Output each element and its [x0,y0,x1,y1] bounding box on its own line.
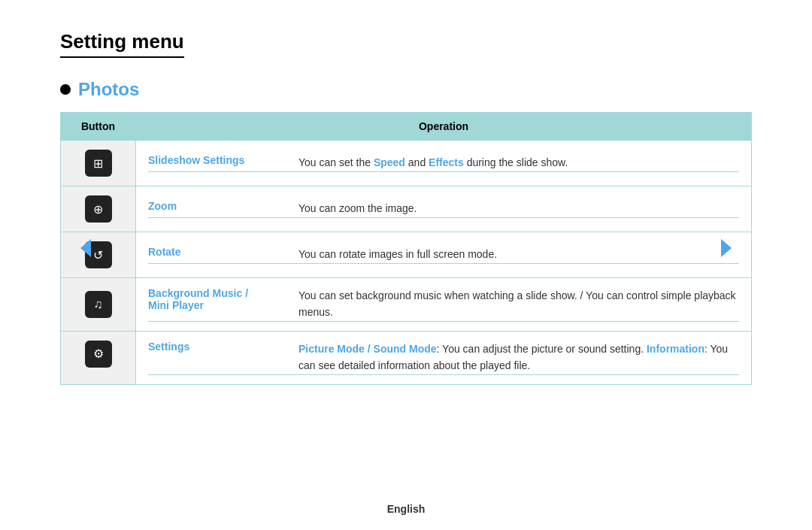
operation-cell: RotateYou can rotate images in full scre… [136,232,752,278]
section-bullet [60,84,71,95]
button-label: Zoom [148,200,298,212]
nav-arrow-right[interactable] [716,238,737,259]
operation-link: Picture Mode / Sound Mode [298,343,437,355]
operation-cell: SettingsPicture Mode / Sound Mode: You c… [136,331,752,384]
operation-text: You can zoom the image. [298,200,739,217]
button-cell: ⚙ [61,331,136,384]
page-content: Setting menu Photos Button Operation [0,0,812,415]
button-label: Rotate [148,246,298,258]
button-label: Background Music / Mini Player [148,287,298,311]
table-row: ↺RotateYou can rotate images in full scr… [61,232,752,278]
slideshow-icon: ⊞ [85,150,112,177]
svg-marker-0 [80,239,91,257]
header-operation: Operation [136,113,752,141]
nav-arrow-left[interactable] [75,238,96,259]
section-header: Photos [60,79,752,100]
page-title: Setting menu [60,30,184,58]
operation-text: You can set background music when watchi… [298,287,739,321]
section-title: Photos [78,79,139,100]
table-row: ⊕ZoomYou can zoom the image. [61,186,752,232]
settings-icon: ⚙ [85,341,112,368]
operation-link: Speed [374,156,405,168]
table-wrapper: Button Operation ⊞Slideshow SettingsYou … [60,112,752,385]
button-label: Slideshow Settings [148,154,298,166]
footer-language: English [387,503,426,515]
svg-marker-1 [721,239,732,257]
table-row: ♫Background Music / Mini PlayerYou can s… [61,278,752,332]
button-cell: ⊕ [61,186,136,232]
operation-text: You can set the Speed and Effects during… [298,154,739,171]
table-row: ⚙SettingsPicture Mode / Sound Mode: You … [61,331,752,384]
table-header-row: Button Operation [61,113,752,141]
zoom-icon: ⊕ [85,195,112,223]
button-label: Settings [148,341,298,353]
button-cell: ⊞ [61,141,136,186]
table-row: ⊞Slideshow SettingsYou can set the Speed… [61,141,752,186]
operation-cell: Slideshow SettingsYou can set the Speed … [136,141,752,186]
header-button: Button [61,113,136,141]
operation-link: Information [647,343,704,355]
operation-text: Picture Mode / Sound Mode: You can adjus… [298,341,739,374]
operation-cell: ZoomYou can zoom the image. [136,186,752,232]
button-cell: ♫ [61,278,136,332]
settings-table: Button Operation ⊞Slideshow SettingsYou … [60,112,752,385]
button-cell: ↺ [61,232,136,278]
music-icon: ♫ [85,291,112,318]
operation-link: Effects [429,156,464,168]
operation-cell: Background Music / Mini PlayerYou can se… [136,278,752,332]
operation-text: You can rotate images in full screen mod… [298,246,739,262]
